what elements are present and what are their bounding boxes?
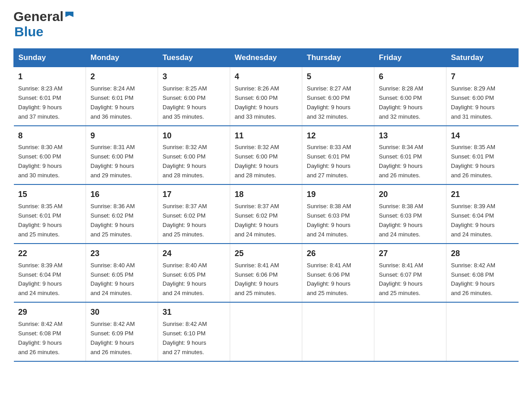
day-number: 12	[307, 130, 369, 142]
svg-marker-0	[65, 12, 73, 17]
week-row-5: 29Sunrise: 8:42 AMSunset: 6:08 PMDayligh…	[14, 302, 519, 361]
sunset-info: Sunset: 6:01 PM	[18, 94, 61, 101]
sunrise-info: Sunrise: 8:40 AM	[90, 262, 135, 269]
column-header-thursday: Thursday	[302, 49, 374, 67]
daylight-info: Daylight: 9 hours	[18, 163, 62, 169]
daylight-minutes: and 24 minutes.	[18, 290, 60, 296]
sunrise-info: Sunrise: 8:30 AM	[18, 144, 63, 150]
calendar-table: SundayMondayTuesdayWednesdayThursdayFrid…	[13, 48, 519, 362]
day-cell: 8Sunrise: 8:30 AMSunset: 6:00 PMDaylight…	[14, 126, 86, 185]
daylight-minutes: and 27 minutes.	[163, 349, 204, 355]
day-number: 16	[90, 188, 153, 201]
day-cell: 6Sunrise: 8:28 AMSunset: 6:00 PMDaylight…	[374, 67, 446, 126]
sunrise-info: Sunrise: 8:42 AM	[90, 321, 135, 327]
sunset-info: Sunset: 6:00 PM	[90, 153, 133, 160]
sunset-info: Sunset: 6:00 PM	[379, 94, 422, 101]
sunset-info: Sunset: 6:06 PM	[235, 271, 278, 278]
daylight-minutes: and 25 minutes.	[18, 231, 60, 238]
day-cell: 23Sunrise: 8:40 AMSunset: 6:05 PMDayligh…	[86, 244, 158, 303]
daylight-info: Daylight: 9 hours	[18, 339, 62, 346]
sunset-info: Sunset: 6:00 PM	[451, 94, 494, 101]
week-row-2: 8Sunrise: 8:30 AMSunset: 6:00 PMDaylight…	[14, 126, 519, 185]
sunrise-info: Sunrise: 8:35 AM	[18, 203, 63, 210]
logo-general: General	[13, 9, 64, 24]
week-row-4: 22Sunrise: 8:39 AMSunset: 6:04 PMDayligh…	[14, 244, 519, 303]
daylight-minutes: and 26 minutes.	[90, 349, 132, 355]
day-cell: 30Sunrise: 8:42 AMSunset: 6:09 PMDayligh…	[86, 302, 158, 361]
daylight-info: Daylight: 9 hours	[235, 104, 279, 111]
sunrise-info: Sunrise: 8:32 AM	[163, 144, 207, 150]
sunset-info: Sunset: 6:00 PM	[163, 153, 206, 160]
column-header-saturday: Saturday	[446, 49, 519, 67]
day-number: 25	[235, 248, 297, 260]
daylight-info: Daylight: 9 hours	[18, 104, 62, 111]
daylight-info: Daylight: 9 hours	[307, 280, 351, 287]
day-cell: 20Sunrise: 8:38 AMSunset: 6:03 PMDayligh…	[374, 184, 446, 244]
logo-flag-icon	[64, 11, 74, 21]
daylight-minutes: and 27 minutes.	[307, 172, 348, 179]
sunset-info: Sunset: 6:08 PM	[18, 330, 61, 337]
sunrise-info: Sunrise: 8:39 AM	[18, 262, 63, 269]
sunrise-info: Sunrise: 8:33 AM	[307, 144, 351, 150]
daylight-info: Daylight: 9 hours	[235, 222, 279, 228]
daylight-minutes: and 33 minutes.	[235, 113, 276, 120]
logo-blue: Blue	[14, 24, 43, 39]
daylight-minutes: and 25 minutes.	[307, 290, 348, 296]
daylight-minutes: and 30 minutes.	[18, 172, 60, 179]
sunset-info: Sunset: 6:02 PM	[235, 212, 278, 219]
sunset-info: Sunset: 6:03 PM	[307, 212, 350, 219]
daylight-info: Daylight: 9 hours	[163, 163, 206, 169]
sunrise-info: Sunrise: 8:42 AM	[451, 262, 495, 269]
daylight-minutes: and 29 minutes.	[90, 172, 132, 179]
daylight-info: Daylight: 9 hours	[18, 280, 62, 287]
day-number: 13	[379, 130, 442, 142]
sunset-info: Sunset: 6:07 PM	[379, 271, 422, 278]
daylight-minutes: and 24 minutes.	[235, 231, 276, 238]
day-cell	[446, 302, 519, 361]
day-number: 27	[379, 248, 442, 260]
daylight-minutes: and 26 minutes.	[451, 290, 493, 296]
daylight-info: Daylight: 9 hours	[379, 222, 423, 228]
daylight-info: Daylight: 9 hours	[163, 280, 206, 287]
sunrise-info: Sunrise: 8:38 AM	[379, 203, 423, 210]
day-cell: 19Sunrise: 8:38 AMSunset: 6:03 PMDayligh…	[302, 184, 374, 244]
sunrise-info: Sunrise: 8:41 AM	[379, 262, 423, 269]
sunset-info: Sunset: 6:00 PM	[163, 94, 206, 101]
daylight-info: Daylight: 9 hours	[90, 339, 134, 346]
page-header: General Blue	[13, 9, 519, 39]
day-cell: 4Sunrise: 8:26 AMSunset: 6:00 PMDaylight…	[230, 67, 302, 126]
day-number: 5	[307, 71, 369, 83]
day-cell: 31Sunrise: 8:42 AMSunset: 6:10 PMDayligh…	[158, 302, 230, 361]
daylight-minutes: and 31 minutes.	[451, 113, 493, 120]
daylight-info: Daylight: 9 hours	[379, 104, 423, 111]
sunrise-info: Sunrise: 8:26 AM	[235, 85, 279, 92]
daylight-info: Daylight: 9 hours	[90, 104, 134, 111]
day-number: 18	[235, 188, 297, 201]
day-cell: 26Sunrise: 8:41 AMSunset: 6:06 PMDayligh…	[302, 244, 374, 303]
daylight-minutes: and 37 minutes.	[18, 113, 60, 120]
day-cell: 14Sunrise: 8:35 AMSunset: 6:01 PMDayligh…	[446, 126, 519, 185]
day-cell: 16Sunrise: 8:36 AMSunset: 6:02 PMDayligh…	[86, 184, 158, 244]
sunrise-info: Sunrise: 8:23 AM	[18, 85, 63, 92]
sunrise-info: Sunrise: 8:42 AM	[18, 321, 63, 327]
sunset-info: Sunset: 6:02 PM	[90, 212, 133, 219]
sunrise-info: Sunrise: 8:39 AM	[451, 203, 495, 210]
daylight-info: Daylight: 9 hours	[307, 104, 351, 111]
daylight-minutes: and 28 minutes.	[235, 172, 276, 179]
day-cell: 28Sunrise: 8:42 AMSunset: 6:08 PMDayligh…	[446, 244, 519, 303]
day-number: 24	[163, 248, 225, 260]
sunset-info: Sunset: 6:01 PM	[18, 212, 61, 219]
daylight-info: Daylight: 9 hours	[235, 163, 279, 169]
day-cell: 17Sunrise: 8:37 AMSunset: 6:02 PMDayligh…	[158, 184, 230, 244]
daylight-minutes: and 28 minutes.	[163, 172, 204, 179]
sunset-info: Sunset: 6:09 PM	[90, 330, 133, 337]
day-number: 31	[163, 306, 225, 319]
day-number: 23	[90, 248, 153, 260]
daylight-info: Daylight: 9 hours	[451, 222, 495, 228]
sunset-info: Sunset: 6:01 PM	[379, 153, 422, 160]
sunrise-info: Sunrise: 8:29 AM	[451, 85, 495, 92]
day-cell: 29Sunrise: 8:42 AMSunset: 6:08 PMDayligh…	[14, 302, 86, 361]
header-row: SundayMondayTuesdayWednesdayThursdayFrid…	[14, 49, 519, 67]
sunrise-info: Sunrise: 8:31 AM	[90, 144, 135, 150]
sunset-info: Sunset: 6:06 PM	[307, 271, 350, 278]
